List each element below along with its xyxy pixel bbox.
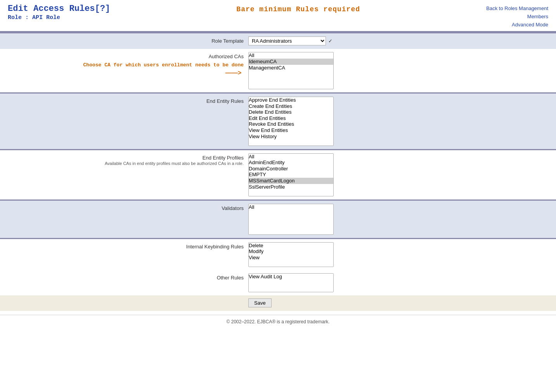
save-label-spacer [8, 298, 248, 300]
bare-minimum-title: Bare minimum Rules required [110, 5, 486, 13]
end-entity-rules-label: End Entity Rules [8, 97, 248, 104]
internal-keybinding-rules-label: Internal Keybinding Rules [8, 242, 248, 250]
other-rules-row: Other Rules View Audit Log [0, 270, 556, 295]
internal-keybinding-rules-row: Internal Keybinding Rules Delete Modify … [0, 239, 556, 270]
other-rules-listbox[interactable]: View Audit Log [248, 273, 334, 292]
validators-row: Validators All [0, 201, 556, 238]
end-entity-profiles-sublabel: Available CAs in end entity profiles mus… [8, 161, 244, 166]
page-title: Edit Access Rules[?] [8, 4, 110, 14]
end-entity-profiles-listbox[interactable]: All AdminEndEntity DomainController EMPT… [248, 153, 334, 196]
role-template-row: Role Template RA Administrators Super Ad… [0, 33, 556, 49]
advanced-mode-link[interactable]: Advanced Mode [486, 21, 548, 29]
validators-label: Validators [8, 204, 248, 211]
authorized-cas-label-cell: Authorized CAs Choose CA for which users… [8, 52, 248, 76]
role-template-select[interactable]: RA Administrators Super Administrator Cu… [248, 36, 326, 45]
checkmark-icon: ✓ [328, 38, 333, 44]
end-entity-rules-control: Approve End Entities Create End Entities… [248, 97, 548, 146]
role-template-label: Role Template [8, 36, 248, 44]
arrow-icon: ——> [225, 69, 241, 76]
validators-listbox[interactable]: All [248, 204, 334, 235]
header-center: Bare minimum Rules required [110, 4, 486, 13]
authorized-cas-control: All IdemeumCA ManagementCA [248, 52, 548, 89]
page-footer: © 2002–2022. EJBCA® is a registered trad… [0, 315, 556, 328]
authorized-cas-row: Authorized CAs Choose CA for which users… [0, 49, 556, 92]
main-content: Role Template RA Administrators Super Ad… [0, 33, 556, 311]
save-row: Save [0, 295, 556, 311]
other-rules-label: Other Rules [8, 273, 248, 281]
end-entity-profiles-row: End Entity Profiles Available CAs in end… [0, 150, 556, 199]
footer-text: © 2002–2022. EJBCA® is a registered trad… [227, 319, 330, 324]
other-rules-control: View Audit Log [248, 273, 548, 292]
page-header: Edit Access Rules[?] Role : API Role Bar… [0, 0, 556, 32]
role-template-control: RA Administrators Super Administrator Cu… [248, 36, 548, 45]
save-button[interactable]: Save [248, 298, 272, 307]
header-left: Edit Access Rules[?] Role : API Role [8, 4, 110, 21]
end-entity-profiles-label-cell: End Entity Profiles Available CAs in end… [8, 153, 248, 166]
end-entity-profiles-control: All AdminEndEntity DomainController EMPT… [248, 153, 548, 196]
end-entity-rules-listbox[interactable]: Approve End Entities Create End Entities… [248, 97, 334, 146]
internal-keybinding-rules-listbox[interactable]: Delete Modify View [248, 242, 334, 267]
header-nav: Back to Roles Management Members Advance… [486, 4, 548, 29]
members-link[interactable]: Members [486, 13, 548, 21]
save-control: Save [248, 298, 548, 307]
internal-keybinding-rules-control: Delete Modify View [248, 242, 548, 267]
end-entity-rules-row: End Entity Rules Approve End Entities Cr… [0, 94, 556, 149]
validators-control: All [248, 204, 548, 235]
choose-ca-label: Choose CA for which users enrollment nee… [83, 62, 244, 68]
back-to-roles-link[interactable]: Back to Roles Management [486, 5, 548, 13]
authorized-cas-listbox[interactable]: All IdemeumCA ManagementCA [248, 52, 334, 89]
role-subtitle: Role : API Role [8, 14, 110, 21]
